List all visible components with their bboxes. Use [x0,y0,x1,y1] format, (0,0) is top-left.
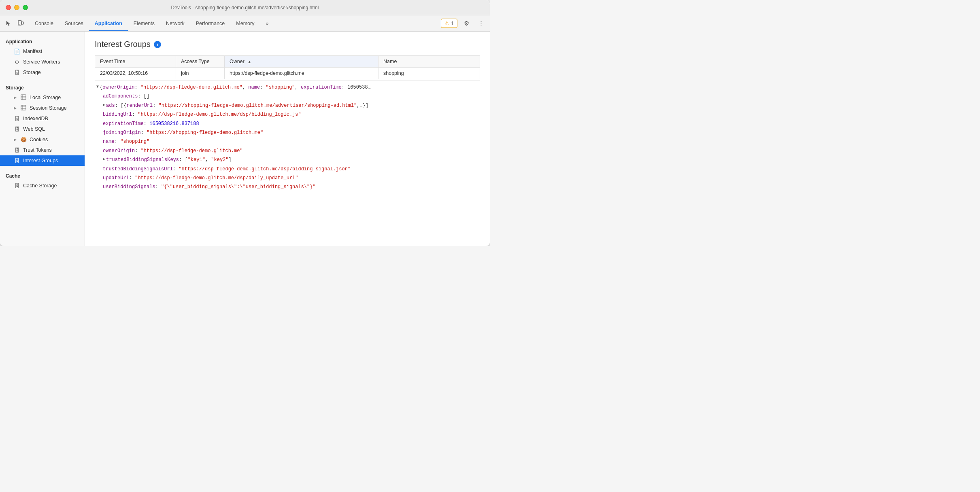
page-title-area: Interest Groups i [95,40,480,49]
gear-icon: ⚙ [14,59,20,65]
sidebar-item-web-sql[interactable]: 🗄 Web SQL [0,124,85,134]
db-icon: 🗄 [14,116,20,122]
detail-line-name: name: "shopping" [95,137,480,146]
sidebar-item-local-storage[interactable]: ▶ Local Storage [0,92,85,103]
sidebar-item-interest-groups[interactable]: 🗄 Interest Groups [0,155,85,166]
expand-arrow-icon: ▶ [14,95,17,100]
db-active-icon: 🗄 [14,158,20,164]
expand-ads-triangle[interactable]: ▶ [103,102,105,110]
cell-name: shopping [378,68,480,79]
detail-line-adcomponents: adComponents: [] [95,92,480,101]
settings-icon: ⚙ [464,20,469,27]
sidebar-item-session-storage[interactable]: ▶ Session Storage [0,103,85,113]
storage-icon: 🗄 [14,70,20,76]
sidebar: Application 📄 Manifest ⚙ Service Workers… [0,32,85,246]
db-icon: 🗄 [14,147,20,153]
detail-line-update-url: updateUrl: "https://dsp-fledge-demo.glit… [95,174,480,182]
sidebar-section-cache: Cache [0,170,85,180]
expand-root-triangle[interactable]: ▼ [96,83,99,91]
tab-more[interactable]: » [260,15,274,31]
cell-event-time: 22/03/2022, 10:50:16 [95,68,176,79]
sidebar-item-cache-storage[interactable]: 🗄 Cache Storage [0,180,85,191]
detail-line-user-bidding: userBiddingSignals: "{\"user_bidding_sig… [95,182,480,191]
sidebar-item-indexeddb[interactable]: 🗄 IndexedDB [0,113,85,124]
sidebar-section-application: Application [0,36,85,46]
device-icon [17,20,24,27]
col-header-event-time[interactable]: Event Time [95,56,176,68]
detail-line-joining-origin: joiningOrigin: "https://shopping-fledge-… [95,128,480,137]
minimize-button[interactable] [14,5,19,10]
main-area: Application 📄 Manifest ⚙ Service Workers… [0,32,490,246]
file-icon: 📄 [14,49,20,55]
sort-arrow-icon: ▲ [247,59,251,64]
tab-elements[interactable]: Elements [128,15,160,31]
toolbar-icon-group [3,18,26,29]
tab-performance[interactable]: Performance [190,15,231,31]
tab-application[interactable]: Application [89,15,128,31]
tab-sources[interactable]: Sources [59,15,89,31]
sidebar-item-trust-tokens[interactable]: 🗄 Trust Tokens [0,145,85,155]
window-title: DevTools - shopping-fledge-demo.glitch.m… [171,5,319,11]
detail-panel: ▼ {ownerOrigin: "https://dsp-fledge-demo… [95,80,480,194]
col-header-name[interactable]: Name [378,56,480,68]
detail-line-expiration-time: expirationTime: 1650538216.837188 [95,119,480,128]
detail-line-root: ▼ {ownerOrigin: "https://dsp-fledge-demo… [95,83,480,92]
db-icon: 🗄 [14,126,20,132]
sidebar-item-cookies[interactable]: ▶ 🍪 Cookies [0,134,85,145]
sidebar-item-service-workers[interactable]: ⚙ Service Workers [0,57,85,67]
table-icon [20,105,27,112]
toolbar-right: ⚠ 1 ⚙ ⋮ [441,18,487,29]
toolbar: Console Sources Application Elements Net… [0,15,490,32]
svg-rect-2 [22,22,23,24]
sidebar-section-storage: Storage [0,82,85,92]
settings-button[interactable]: ⚙ [461,18,472,29]
warning-icon: ⚠ [444,20,449,26]
svg-rect-7 [21,105,26,110]
detail-line-bidding-url: biddingUrl: "https://dsp-fledge-demo.gli… [95,110,480,119]
expand-arrow-icon: ▶ [14,138,17,142]
detail-line-owner-origin: ownerOrigin: "https://dsp-fledge-demo.gl… [95,146,480,155]
tab-console[interactable]: Console [29,15,59,31]
page-title: Interest Groups [95,40,151,49]
tab-memory[interactable]: Memory [230,15,260,31]
device-toolbar-button[interactable] [15,18,26,29]
detail-line-ads: ▶ ads: [{renderUrl: "https://shopping-fl… [95,101,480,110]
table-row[interactable]: 22/03/2022, 10:50:16 join https://dsp-fl… [95,68,480,79]
title-bar: DevTools - shopping-fledge-demo.glitch.m… [0,0,490,15]
tab-network[interactable]: Network [160,15,190,31]
tab-bar: Console Sources Application Elements Net… [29,15,441,31]
svg-rect-3 [21,95,26,100]
traffic-lights [6,5,28,10]
db-icon: 🗄 [14,183,20,189]
expand-arrow-icon: ▶ [14,106,17,110]
svg-rect-1 [19,24,20,25]
info-icon[interactable]: i [154,41,161,48]
sidebar-item-manifest[interactable]: 📄 Manifest [0,46,85,57]
table-icon [20,94,27,101]
more-menu-icon: ⋮ [478,20,484,27]
sidebar-item-storage-app[interactable]: 🗄 Storage [0,67,85,78]
cookie-icon: 🍪 [20,137,27,142]
maximize-button[interactable] [23,5,28,10]
devtools-window: DevTools - shopping-fledge-demo.glitch.m… [0,0,490,246]
cell-access-type: join [176,68,225,79]
expand-trusted-keys-triangle[interactable]: ▶ [103,156,105,164]
more-menu-button[interactable]: ⋮ [475,18,487,29]
content-area: Interest Groups i Event Time Access Type… [85,32,490,246]
interest-groups-table: Event Time Access Type Owner ▲ Name [95,55,480,79]
cursor-icon [5,20,12,27]
col-header-owner[interactable]: Owner ▲ [225,56,378,68]
cursor-icon-button[interactable] [3,18,14,29]
cell-owner: https://dsp-fledge-demo.glitch.me [225,68,378,79]
col-header-access-type[interactable]: Access Type [176,56,225,68]
detail-line-trusted-url: trustedBiddingSignalsUrl: "https://dsp-f… [95,165,480,174]
close-button[interactable] [6,5,11,10]
warning-badge[interactable]: ⚠ 1 [441,19,457,28]
detail-line-trusted-keys: ▶ trustedBiddingSignalsKeys: ["key1", "k… [95,155,480,164]
